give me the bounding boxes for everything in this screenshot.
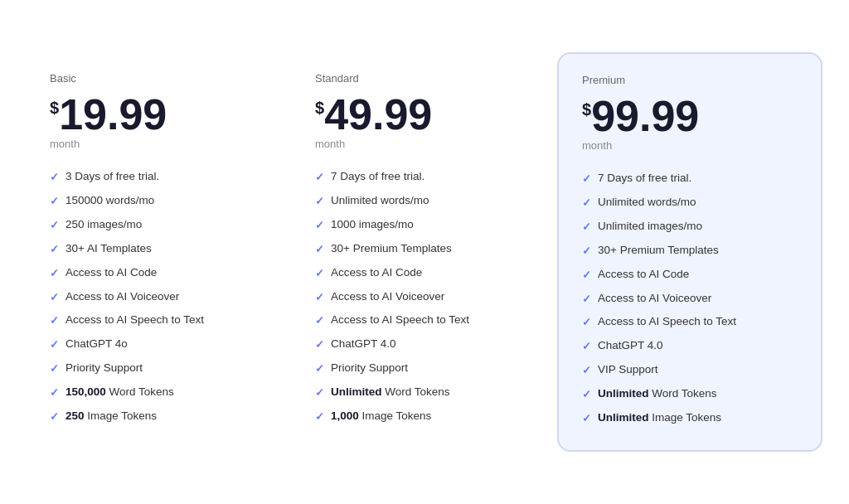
check-icon: ✓ xyxy=(50,171,59,183)
feature-list: ✓3 Days of free trial.✓150000 words/mo✓2… xyxy=(50,165,269,429)
plan-card-basic: Basic$19.99month✓3 Days of free trial.✓1… xyxy=(27,52,292,448)
feature-text: Unlimited Word Tokens xyxy=(598,386,717,402)
currency-symbol: $ xyxy=(50,99,59,116)
check-icon: ✓ xyxy=(582,340,591,352)
check-icon: ✓ xyxy=(582,245,591,257)
plan-name: Basic xyxy=(50,72,269,85)
check-icon: ✓ xyxy=(315,219,324,231)
feature-item: ✓ChatGPT 4o xyxy=(50,332,269,356)
check-icon: ✓ xyxy=(315,195,324,207)
feature-text: Access to AI Speech to Text xyxy=(331,313,469,328)
feature-text: 250 Image Tokens xyxy=(65,409,157,424)
feature-item: ✓Access to AI Voiceover xyxy=(50,285,269,309)
feature-item: ✓Access to AI Code xyxy=(50,261,269,285)
feature-item: ✓1000 images/mo xyxy=(315,213,534,237)
plan-name: Standard xyxy=(315,72,534,85)
price-row: $99.99 xyxy=(582,94,798,138)
feature-item: ✓250 images/mo xyxy=(50,213,269,237)
feature-item: ✓Priority Support xyxy=(315,356,534,380)
feature-item: ✓7 Days of free trial. xyxy=(315,165,534,189)
feature-text: Unlimited Word Tokens xyxy=(331,385,450,400)
price-row: $49.99 xyxy=(315,93,534,136)
price-period: month xyxy=(315,138,534,150)
feature-item: ✓Access to AI Speech to Text xyxy=(582,310,798,334)
feature-text: 30+ AI Templates xyxy=(65,241,152,257)
check-icon: ✓ xyxy=(582,364,591,376)
check-icon: ✓ xyxy=(582,412,591,424)
feature-item: ✓Access to AI Code xyxy=(582,263,798,287)
feature-text: Unlimited words/mo xyxy=(598,195,696,211)
feature-text: Access to AI Speech to Text xyxy=(65,313,204,328)
feature-text: 150,000 Word Tokens xyxy=(65,385,174,400)
feature-list: ✓7 Days of free trial.✓Unlimited words/m… xyxy=(315,165,534,429)
feature-item: ✓Access to AI Speech to Text xyxy=(50,308,269,332)
currency-symbol: $ xyxy=(582,101,591,118)
feature-text: Access to AI Code xyxy=(331,265,422,281)
check-icon: ✓ xyxy=(50,338,59,351)
check-icon: ✓ xyxy=(582,293,591,305)
check-icon: ✓ xyxy=(50,243,59,255)
check-icon: ✓ xyxy=(315,171,324,183)
feature-text: 3 Days of free trial. xyxy=(65,169,159,185)
feature-item: ✓Unlimited Word Tokens xyxy=(582,382,798,406)
check-icon: ✓ xyxy=(315,386,324,399)
feature-text: Access to AI Speech to Text xyxy=(598,314,736,330)
feature-text: Unlimited words/mo xyxy=(331,193,429,209)
feature-text: 30+ Premium Templates xyxy=(331,241,452,257)
feature-item: ✓ChatGPT 4.0 xyxy=(315,332,534,356)
feature-list: ✓7 Days of free trial.✓Unlimited words/m… xyxy=(582,167,798,430)
check-icon: ✓ xyxy=(50,291,59,303)
feature-item: ✓30+ Premium Templates xyxy=(315,237,534,261)
feature-text: Access to AI Voiceover xyxy=(65,289,179,305)
feature-text: ChatGPT 4.0 xyxy=(331,337,396,352)
check-icon: ✓ xyxy=(315,410,324,423)
check-icon: ✓ xyxy=(315,267,324,279)
feature-text: Access to AI Voiceover xyxy=(598,291,711,307)
check-icon: ✓ xyxy=(50,267,59,279)
feature-item: ✓Unlimited Word Tokens xyxy=(315,380,534,405)
feature-text: 250 images/mo xyxy=(65,217,142,233)
feature-item: ✓150000 words/mo xyxy=(50,189,269,213)
feature-text: 7 Days of free trial. xyxy=(598,171,691,187)
check-icon: ✓ xyxy=(315,291,324,303)
check-icon: ✓ xyxy=(582,316,591,328)
feature-item: ✓Access to AI Voiceover xyxy=(315,285,534,309)
feature-item: ✓Priority Support xyxy=(50,356,269,380)
check-icon: ✓ xyxy=(50,410,59,423)
feature-item: ✓Access to AI Voiceover xyxy=(582,287,798,311)
feature-text: Access to AI Code xyxy=(65,265,157,281)
check-icon: ✓ xyxy=(50,219,59,231)
feature-item: ✓Access to AI Code xyxy=(315,261,534,285)
feature-item: ✓VIP Support xyxy=(582,358,798,382)
feature-item: ✓Access to AI Speech to Text xyxy=(315,308,534,332)
feature-text: 7 Days of free trial. xyxy=(331,169,424,185)
feature-item: ✓150,000 Word Tokens xyxy=(50,380,269,405)
feature-item: ✓7 Days of free trial. xyxy=(582,167,798,191)
price-amount: 49.99 xyxy=(324,93,432,136)
pricing-container: Basic$19.99month✓3 Days of free trial.✓1… xyxy=(0,36,849,468)
check-icon: ✓ xyxy=(50,314,59,327)
price-period: month xyxy=(582,139,798,152)
feature-text: ChatGPT 4.0 xyxy=(598,338,663,354)
check-icon: ✓ xyxy=(582,172,591,185)
feature-text: 1,000 Image Tokens xyxy=(331,409,431,424)
feature-item: ✓Unlimited words/mo xyxy=(315,189,534,213)
feature-text: Access to AI Code xyxy=(598,267,689,283)
feature-text: Priority Support xyxy=(331,361,408,376)
plan-card-standard: Standard$49.99month✓7 Days of free trial… xyxy=(292,52,557,448)
feature-text: VIP Support xyxy=(598,362,658,378)
check-icon: ✓ xyxy=(315,362,324,375)
price-amount: 99.99 xyxy=(591,94,699,138)
feature-text: Unlimited images/mo xyxy=(598,219,702,235)
price-period: month xyxy=(50,138,269,150)
check-icon: ✓ xyxy=(315,314,324,327)
check-icon: ✓ xyxy=(315,338,324,351)
feature-text: 30+ Premium Templates xyxy=(598,243,719,259)
feature-item: ✓3 Days of free trial. xyxy=(50,165,269,189)
feature-item: ✓30+ AI Templates xyxy=(50,237,269,261)
check-icon: ✓ xyxy=(582,269,591,281)
feature-item: ✓250 Image Tokens xyxy=(50,405,269,429)
check-icon: ✓ xyxy=(50,195,59,207)
plan-name: Premium xyxy=(582,74,798,86)
feature-item: ✓Unlimited Image Tokens xyxy=(582,406,798,430)
